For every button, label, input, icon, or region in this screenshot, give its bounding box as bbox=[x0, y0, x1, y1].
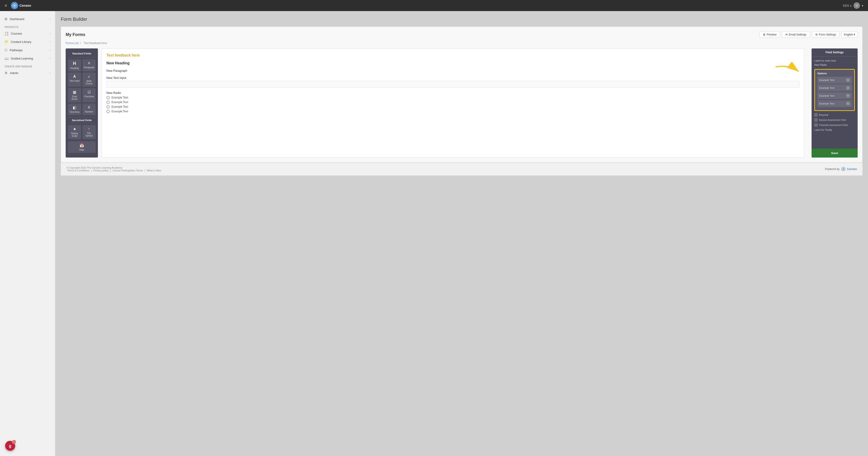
footer-logo: Powered by Censeo bbox=[825, 167, 857, 171]
footer-whats-new-link[interactable]: What is New bbox=[147, 169, 161, 172]
number-icon: # bbox=[88, 106, 90, 110]
option-item-3: Example Text − bbox=[817, 92, 852, 99]
breadcrumb-separator: / bbox=[80, 41, 81, 45]
g2-badge-count: 20 bbox=[12, 440, 16, 444]
radio-option-3[interactable]: Example Text bbox=[106, 105, 799, 108]
footer-terms-link[interactable]: Terms & Conditions bbox=[67, 169, 89, 172]
gear-icon: ⚙ bbox=[815, 33, 818, 36]
presenter-assessment-label: Presenter Assessment Field bbox=[819, 124, 848, 126]
radio-button-3 bbox=[106, 105, 110, 108]
rating-scale-icon: ★ bbox=[73, 127, 76, 131]
heading-field-value: New Heading bbox=[106, 61, 799, 65]
text-input-field-label: New Text Input bbox=[106, 76, 799, 80]
option-item-4: Example Text − bbox=[817, 100, 852, 107]
presenter-assessment-checkbox-row: Presenter Assessment Field bbox=[814, 123, 855, 126]
date-field-grid: 📅 Date bbox=[68, 141, 96, 153]
tooltip-field-label: Label for Tooltip bbox=[814, 129, 855, 131]
radio-option-4[interactable]: Example Text bbox=[106, 110, 799, 113]
breadcrumb-forms-list[interactable]: Forms List bbox=[66, 41, 79, 45]
field-number[interactable]: # Number bbox=[83, 104, 96, 115]
option-remove-button-3[interactable]: − bbox=[846, 94, 850, 98]
required-checkbox-row: Required bbox=[814, 113, 855, 116]
breadcrumb: Forms List / Test feedback form bbox=[66, 41, 858, 45]
field-drop-down[interactable]: ▦ Drop Down bbox=[68, 88, 81, 102]
footer-privacy-link[interactable]: Privacy policy bbox=[93, 169, 108, 172]
option-text-1: Example Text bbox=[819, 79, 834, 81]
radio-button-2 bbox=[106, 101, 110, 104]
pathways-icon: ⬡ bbox=[5, 48, 7, 52]
date-icon: 📅 bbox=[80, 143, 84, 148]
options-box: Options Example Text − Example Text − Ex… bbox=[814, 69, 855, 111]
field-paragraph[interactable]: ≡ Paragraph bbox=[83, 59, 96, 71]
footer-links: Terms & Conditions | Privacy policy | Co… bbox=[66, 169, 162, 172]
session-assessment-checkbox[interactable] bbox=[814, 118, 817, 121]
field-settings-body: Label for radio field New Radio Options … bbox=[812, 57, 858, 148]
my-forms-title: My Forms bbox=[66, 32, 85, 37]
radio-option-label-3: Example Text bbox=[112, 105, 128, 108]
field-multi-choice[interactable]: ✓ Multi Choice bbox=[83, 73, 96, 87]
standard-fields-title: Standard Fields bbox=[68, 51, 96, 57]
session-assessment-checkbox-row: Session Assessment Field bbox=[814, 118, 855, 121]
sidebar-item-label: Content Library bbox=[11, 40, 31, 44]
svg-point-1 bbox=[14, 5, 15, 6]
sidebar-item-dashboard[interactable]: ⊞ Dashboard › bbox=[0, 15, 55, 23]
radio-option-label-1: Example Text bbox=[112, 96, 128, 99]
footer-censeo-logo-icon bbox=[841, 167, 846, 171]
field-date[interactable]: 📅 Date bbox=[68, 141, 96, 153]
sidebar: ⊞ Dashboard › PRODUCTS 📋 Courses › 📁 Con… bbox=[0, 11, 55, 456]
admin-icon: ⚙ bbox=[5, 71, 8, 75]
form-settings-button[interactable]: ⚙ Form Settings bbox=[812, 31, 840, 38]
sidebar-item-label: Admin bbox=[10, 71, 19, 75]
chevron-icon: › bbox=[50, 49, 51, 52]
option-remove-button-4[interactable]: − bbox=[846, 102, 850, 106]
g2-badge[interactable]: g 20 bbox=[5, 440, 16, 451]
email-settings-button[interactable]: ✉ Email Settings bbox=[782, 31, 810, 38]
field-text-area[interactable]: ◧ Text Area bbox=[68, 104, 81, 115]
required-checkbox[interactable] bbox=[814, 113, 817, 116]
footer-powered-by: Powered by bbox=[825, 167, 839, 171]
field-rating-scale[interactable]: ★ Rating Scale bbox=[68, 125, 81, 139]
content-library-icon: 📁 bbox=[5, 40, 8, 44]
sidebar-item-guided-learning[interactable]: 📖 Guided Learning › bbox=[0, 54, 55, 62]
presenter-assessment-checkbox[interactable] bbox=[814, 123, 817, 126]
text-input-field[interactable] bbox=[106, 81, 799, 87]
text-input-field-row: New Text Input bbox=[106, 76, 799, 87]
sidebar-item-courses[interactable]: 📋 Courses › bbox=[0, 29, 55, 37]
text-area-icon: ◧ bbox=[73, 106, 76, 110]
dashboard-icon: ⊞ bbox=[5, 17, 7, 21]
radio-button-4 bbox=[106, 110, 110, 113]
radio-option-2[interactable]: Example Text bbox=[106, 101, 799, 104]
session-assessment-label: Session Assessment Field bbox=[819, 119, 846, 121]
specialised-fields-title: Specialised Fields bbox=[68, 117, 96, 123]
sidebar-item-pathways[interactable]: ⬡ Pathways › bbox=[0, 46, 55, 54]
app-logo: Censeo bbox=[11, 2, 31, 9]
footer-course-terms-link[interactable]: Course Participation Terms bbox=[113, 169, 143, 172]
option-remove-button-2[interactable]: − bbox=[846, 86, 850, 90]
standard-fields-grid: H Heading ≡ Paragraph A Text Input ✓ bbox=[68, 59, 96, 115]
file-upload-icon: ↑ bbox=[88, 127, 90, 131]
logo-icon bbox=[11, 2, 18, 9]
form-actions: 🖥 Preview ✉ Email Settings ⚙ Form Settin… bbox=[759, 31, 858, 38]
preview-button[interactable]: 🖥 Preview bbox=[759, 31, 780, 38]
courses-icon: 📋 bbox=[5, 32, 8, 35]
paragraph-field-value: New Paragraph bbox=[106, 69, 799, 73]
app-name: Censeo bbox=[20, 4, 31, 7]
field-checkbox[interactable]: ☑ Checkbox bbox=[83, 88, 96, 102]
g2-badge-label: g bbox=[9, 444, 11, 448]
user-menu[interactable]: EDS 1 U ▾ bbox=[843, 2, 863, 9]
radio-option-label-4: Example Text bbox=[112, 110, 128, 113]
option-remove-button-1[interactable]: − bbox=[846, 78, 850, 82]
chevron-icon: › bbox=[50, 32, 51, 35]
field-heading[interactable]: H Heading bbox=[68, 59, 81, 71]
top-navigation: ≡ Censeo EDS 1 U ▾ bbox=[0, 0, 868, 11]
hamburger-menu-icon[interactable]: ≡ bbox=[5, 3, 7, 8]
radio-field-label-text: Label for radio field bbox=[814, 59, 855, 62]
heading-field-row: New Heading bbox=[106, 61, 799, 65]
language-selector[interactable]: English ▾ bbox=[841, 31, 858, 38]
sidebar-item-content-library[interactable]: 📁 Content Library › bbox=[0, 37, 55, 46]
save-button[interactable]: Save bbox=[812, 148, 858, 158]
sidebar-item-admin[interactable]: ⚙ Admin › bbox=[0, 69, 55, 77]
field-file-upload[interactable]: ↑ File Upload bbox=[83, 125, 96, 139]
radio-option-1[interactable]: Example Text bbox=[106, 96, 799, 99]
field-text-input[interactable]: A Text Input bbox=[68, 73, 81, 87]
